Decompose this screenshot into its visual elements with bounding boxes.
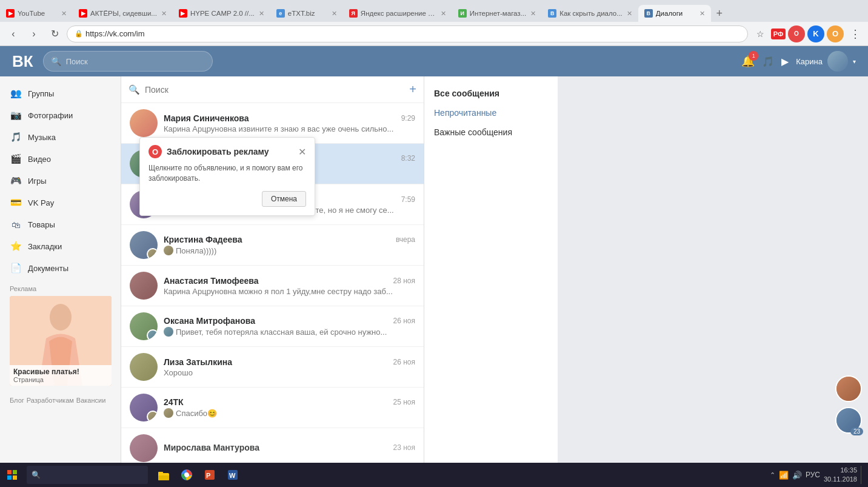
new-message-button[interactable]: + <box>409 82 416 96</box>
conv-message-kristina: Поняла))))) <box>164 246 415 255</box>
tab-etxt[interactable]: e eTXT.biz ✕ <box>270 5 343 22</box>
vk-search-bar[interactable]: 🔍 <box>43 51 213 72</box>
extension-adblock-icon[interactable]: O <box>788 25 805 42</box>
tab-aktery[interactable]: ▶ АКТЁРЫ, сидевши... ✕ <box>73 5 173 22</box>
footer-link-jobs[interactable]: Вакансии <box>76 397 106 404</box>
sidebar-item-vkpay[interactable]: 💳 VK Pay <box>0 192 121 213</box>
tray-volume-icon[interactable]: 🔊 <box>792 471 802 480</box>
conv-name-anastasia: Анастасия Тимофеева <box>164 276 258 286</box>
tab-close-internet[interactable]: ✕ <box>530 10 536 18</box>
tab-close-yandex[interactable]: ✕ <box>441 10 446 18</box>
forward-button[interactable]: › <box>25 25 42 42</box>
taskbar-app-word[interactable]: W <box>222 464 244 486</box>
tab-internet[interactable]: И Интернет-магаз... ✕ <box>452 5 542 22</box>
browser-toolbar: ‹ › ↻ 🔒 https://vk.com/im ☆ РФ O K O ⋮ <box>0 22 868 46</box>
sidebar-item-photos[interactable]: 📷 Фотографии <box>0 104 121 126</box>
floating-profile-1[interactable] <box>835 375 862 402</box>
filter-all-messages[interactable]: Все сообщения <box>424 84 558 103</box>
svg-point-11 <box>185 473 189 477</box>
filter-unread[interactable]: Непрочитанные <box>424 103 558 123</box>
conversation-oksana[interactable]: Оксана Митрофанова 26 ноя Привет, тебя п… <box>121 306 424 347</box>
search-magnifier-icon: 🔍 <box>32 471 41 479</box>
message-avatar-24tk <box>164 408 173 418</box>
conv-name-miroslava: Мирослава Мантурова <box>164 443 259 452</box>
back-button[interactable]: ‹ <box>5 25 22 42</box>
messages-search-input[interactable] <box>145 85 404 95</box>
word-icon: W <box>226 468 239 482</box>
conversation-miroslava[interactable]: Мирослава Мантурова 23 ноя <box>121 428 424 465</box>
footer-link-blog[interactable]: Блог <box>10 397 24 404</box>
profile-k-icon[interactable]: K <box>807 25 824 42</box>
profile-o-icon[interactable]: O <box>827 25 844 42</box>
notifications-bell[interactable]: 🔔 1 <box>741 55 755 68</box>
taskbar-clock: 16:35 30.11.2018 <box>824 466 857 485</box>
footer-link-dev[interactable]: Разработчикам <box>27 397 74 404</box>
tab-close-etxt[interactable]: ✕ <box>332 10 337 18</box>
sidebar-item-documents[interactable]: 📄 Документы <box>0 257 121 279</box>
tab-hype[interactable]: ▶ HYPE CAMP 2.0 //... ✕ <box>173 5 270 22</box>
menu-dots-icon[interactable]: ⋮ <box>846 25 863 42</box>
tray-lang[interactable]: РУС <box>806 471 820 479</box>
conversation-24tk[interactable]: 24ТК 25 ноя Спасибо😊 <box>121 388 424 428</box>
taskbar-app-powerpoint[interactable]: P <box>199 464 221 486</box>
tray-network-icon[interactable]: 📶 <box>779 471 789 480</box>
sidebar-item-games[interactable]: 🎮 Игры <box>0 170 121 192</box>
conversation-anastasia[interactable]: Анастасия Тимофеева 28 ноя Карина Арцрун… <box>121 266 424 306</box>
taskbar: 🔍 P <box>0 463 868 487</box>
ad-label: Реклама <box>10 285 111 292</box>
taskbar-app-chrome[interactable] <box>176 464 198 486</box>
header-user[interactable]: Карина ▾ <box>796 51 856 72</box>
conv-header-maria: Мария Синиченкова 9:29 <box>164 113 415 123</box>
explorer-icon <box>157 468 170 482</box>
sidebar-item-store[interactable]: 🛍 Товары <box>0 213 121 235</box>
sidebar-item-video[interactable]: 🎬 Видео <box>0 148 121 170</box>
vk-search-input[interactable] <box>66 57 205 66</box>
reload-button[interactable]: ↻ <box>46 25 63 42</box>
taskbar-app-explorer[interactable] <box>153 464 175 486</box>
tab-close-aktery[interactable]: ✕ <box>161 10 167 18</box>
tab-favicon-aktery: ▶ <box>79 9 87 18</box>
bookmarks-icon: ⭐ <box>10 240 22 252</box>
adblock-description: Щелкните по объявлению, и я помогу вам е… <box>149 163 306 184</box>
tab-title-yandex: Яндекс расширение adbl... <box>361 10 436 17</box>
tab-title-youtube: YouTube <box>18 10 57 17</box>
tab-close-skryt[interactable]: ✕ <box>627 10 632 18</box>
tray-up-arrow-icon[interactable]: ⌃ <box>770 471 775 479</box>
ad-image[interactable]: Красивые платья! Страница <box>10 296 112 386</box>
extension-flag-icon[interactable]: РФ <box>771 29 786 39</box>
taskbar-search-box[interactable]: 🔍 <box>27 466 148 484</box>
tab-close-dialogi[interactable]: ✕ <box>699 10 705 18</box>
svg-point-1 <box>50 304 72 331</box>
tab-title-dialogi: Диалоги <box>656 10 695 17</box>
powerpoint-icon: P <box>203 468 216 482</box>
conv-time-kristina: вчера <box>396 235 415 244</box>
filter-important[interactable]: Важные сообщения <box>424 123 558 142</box>
adblock-close-button[interactable]: ✕ <box>298 146 306 158</box>
messages-search-icon: 🔍 <box>129 84 140 95</box>
conv-time-miroslava: 23 ноя <box>393 443 415 452</box>
start-button[interactable] <box>0 463 24 487</box>
tab-favicon-youtube: ▶ <box>6 9 15 18</box>
tab-youtube[interactable]: ▶ YouTube ✕ <box>0 5 73 22</box>
sidebar-item-bookmarks[interactable]: ⭐ Закладки <box>0 235 121 257</box>
vk-body-content: O Заблокировать рекламу ✕ Щелкните по об… <box>121 76 868 487</box>
show-desktop-button[interactable] <box>861 466 863 484</box>
video-play-icon[interactable]: ▶ <box>781 56 789 67</box>
sidebar-item-groups[interactable]: 👥 Группы <box>0 82 121 104</box>
tab-dialogi[interactable]: В Диалоги ✕ <box>638 5 711 22</box>
conversation-kristina[interactable]: Кристина Фадеева вчера Поняла))))) <box>121 225 424 266</box>
sidebar-item-music[interactable]: 🎵 Музыка <box>0 126 121 148</box>
adblock-cancel-button[interactable]: Отмена <box>262 191 306 207</box>
tab-close-youtube[interactable]: ✕ <box>61 10 67 18</box>
header-avatar[interactable] <box>827 51 848 72</box>
tab-yandex[interactable]: Я Яндекс расширение adbl... ✕ <box>343 5 452 22</box>
new-tab-button[interactable]: + <box>711 5 728 22</box>
tab-skryt[interactable]: В Как скрыть диало... ✕ <box>542 5 638 22</box>
bookmark-icon[interactable]: ☆ <box>752 25 769 42</box>
avatar-maria <box>130 109 158 137</box>
conv-message-anastasia: Карина Арцруновна можно я пол 1 уйду,мне… <box>164 287 415 296</box>
conversation-liza[interactable]: Лиза Затылкина 26 ноя Хорошо <box>121 347 424 388</box>
tab-close-hype[interactable]: ✕ <box>259 10 264 18</box>
music-icon[interactable]: 🎵 <box>762 56 774 67</box>
address-bar[interactable]: 🔒 https://vk.com/im <box>67 25 748 42</box>
